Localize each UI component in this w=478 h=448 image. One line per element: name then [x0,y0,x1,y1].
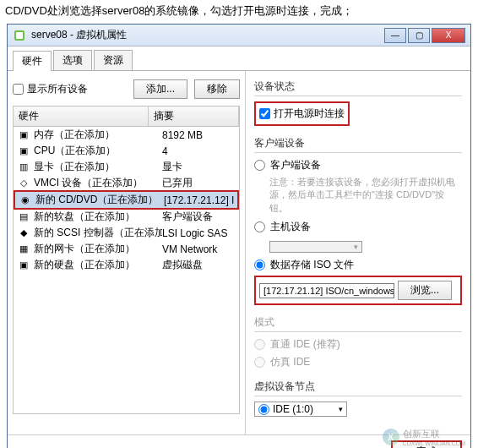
close-button[interactable]: X [432,28,465,43]
header-summary[interactable]: 摘要 [149,107,239,126]
watermark: X 创新互联 CDXWL WINLIAN.COM [383,428,465,446]
app-icon [13,29,26,42]
watermark-logo-icon: X [383,429,399,445]
connect-on-power-highlight: 打开电源时连接 [254,101,350,126]
iso-highlight: [172.17.21.12] ISO/cn_windows_ser 浏览... [254,276,462,305]
window-title: serve08 - 虚拟机属性 [31,28,384,42]
vm-properties-window: serve08 - 虚拟机属性 — ▢ X 硬件 选项 资源 显示所有设备 添加… [7,24,471,448]
chevron-down-icon: ▾ [354,243,358,251]
watermark-brand: 创新互联 [403,428,465,440]
list-item[interactable]: ▣新的硬盘（正在添加）虚拟磁盘 [14,257,239,273]
virtual-node-radio[interactable] [258,404,269,415]
add-button[interactable]: 添加... [133,79,187,99]
floppy-icon: ▤ [17,211,30,223]
iso-path-input[interactable]: [172.17.21.12] ISO/cn_windows_ser [259,283,394,298]
client-device-radio[interactable]: 客户端设备 [254,158,462,172]
tab-hardware[interactable]: 硬件 [13,51,52,71]
list-item-cddvd[interactable]: ◉新的 CD/DVD（正在添加）[172.17.21.12] ISO/... [14,190,239,210]
tab-options[interactable]: 选项 [53,50,92,70]
mode-title: 模式 [254,314,462,332]
device-status-title: 设备状态 [254,78,462,96]
mode-group: 模式 直通 IDE (推荐) 仿真 IDE [254,314,462,369]
emulate-radio-input [254,357,265,368]
svg-rect-1 [16,32,23,39]
list-item[interactable]: ◆新的 SCSI 控制器（正在添加）LSI Logic SAS [14,225,239,241]
virtual-node-value: IDE (1:0) [273,403,339,415]
chevron-down-icon: ▾ [339,405,343,413]
scsi-icon: ◆ [17,227,30,239]
left-pane: 显示所有设备 添加... 移除 硬件 摘要 ▣内存（正在添加）8192 MB ▣… [8,71,246,434]
host-device-label: 主机设备 [270,220,311,234]
show-all-devices-checkbox[interactable]: 显示所有设备 [13,82,127,96]
show-all-label: 显示所有设备 [27,82,88,96]
connect-on-power-label: 打开电源时连接 [274,107,345,121]
passthrough-label: 直通 IDE (推荐) [270,337,340,352]
cpu-icon: ▣ [17,145,30,157]
tabs: 硬件 选项 资源 [8,46,470,71]
maximize-button[interactable]: ▢ [408,28,430,43]
nic-icon: ▦ [17,243,30,255]
disk-icon: ▣ [17,260,30,271]
passthrough-radio-input [254,339,265,350]
right-pane: 设备状态 打开电源时连接 客户端设备 客户端设备 注意：若要连接该设备，您必须打… [246,71,470,434]
host-device-select: ▾ [269,241,362,253]
titlebar[interactable]: serve08 - 虚拟机属性 — ▢ X [8,25,470,46]
device-type-group: 客户端设备 客户端设备 注意：若要连接该设备，您必须打开虚拟机电源，然后单击工具… [254,134,462,305]
device-status-group: 设备状态 打开电源时连接 [254,78,462,126]
host-device-radio[interactable]: 主机设备 [254,220,462,234]
datastore-iso-radio-input[interactable] [254,260,265,270]
list-item[interactable]: ▦新的网卡（正在添加）VM Network [14,241,239,257]
header-hardware[interactable]: 硬件 [14,107,149,126]
minimize-button[interactable]: — [384,28,406,43]
client-device-note: 注意：若要连接该设备，您必须打开虚拟机电源，然后单击工具栏中的"连接 CD/DV… [254,176,462,215]
list-item[interactable]: ▣内存（正在添加）8192 MB [14,127,239,143]
device-type-title: 客户端设备 [254,134,462,153]
vmci-icon: ◇ [17,178,30,189]
client-device-radio-input[interactable] [254,160,265,171]
list-item[interactable]: ▤新的软盘（正在添加）客户端设备 [14,209,239,225]
tab-resources[interactable]: 资源 [94,50,133,70]
connect-on-power-checkbox[interactable]: 打开电源时连接 [259,107,345,121]
video-icon: ▥ [17,161,30,173]
list-item[interactable]: ◇VMCI 设备（正在添加）已弃用 [14,175,239,191]
watermark-sub: CDXWL WINLIAN.COM [403,440,465,446]
virtual-node-select[interactable]: IDE (1:0) ▾ [254,402,347,417]
remove-button[interactable]: 移除 [194,79,240,99]
browse-button[interactable]: 浏览... [398,281,452,300]
host-device-radio-input[interactable] [254,221,265,232]
page-instruction: CD/DVD处浏览选择server08的系统镜像，勾选打开电源时连接，完成； [0,0,478,22]
show-all-checkbox-input[interactable] [13,84,24,95]
emulate-radio: 仿真 IDE [254,355,462,369]
memory-icon: ▣ [17,129,30,141]
datastore-iso-label: 数据存储 ISO 文件 [270,258,354,272]
connect-on-power-input[interactable] [259,108,270,119]
datastore-iso-radio[interactable]: 数据存储 ISO 文件 [254,258,462,272]
device-list[interactable]: ▣内存（正在添加）8192 MB ▣CPU（正在添加）4 ▥显卡（正在添加）显卡… [13,127,240,414]
virtual-node-group: 虚拟设备节点 IDE (1:0) ▾ [254,378,462,418]
passthrough-radio: 直通 IDE (推荐) [254,337,462,352]
device-list-header: 硬件 摘要 [13,106,240,127]
list-item[interactable]: ▥显卡（正在添加）显卡 [14,159,239,175]
list-item[interactable]: ▣CPU（正在添加）4 [14,143,239,159]
virtual-node-title: 虚拟设备节点 [254,378,462,396]
client-device-label: 客户端设备 [270,158,321,172]
emulate-label: 仿真 IDE [270,355,310,369]
cddvd-icon: ◉ [19,194,32,206]
